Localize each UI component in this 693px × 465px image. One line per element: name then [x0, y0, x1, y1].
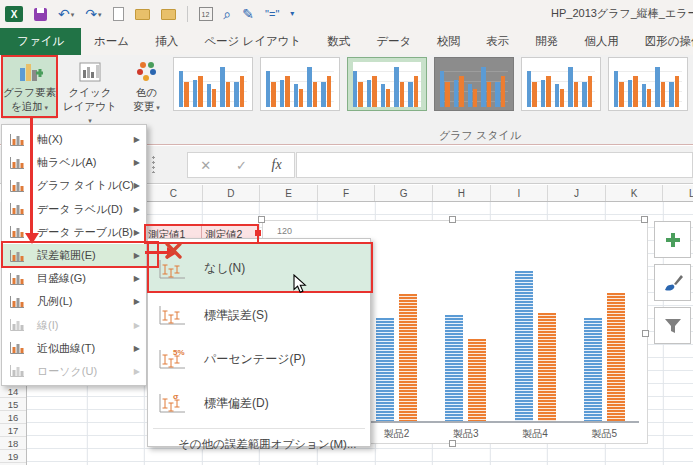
- formula-bar-grip-icon[interactable]: [152, 155, 155, 173]
- redo-icon[interactable]: ↷▾: [85, 7, 101, 21]
- change-colors-button[interactable]: 色の 変更: [123, 56, 170, 119]
- column-header[interactable]: F: [317, 185, 375, 202]
- row-header[interactable]: 16: [0, 411, 26, 424]
- quick-layout-button[interactable]: クイック レイアウト: [61, 56, 119, 119]
- ribbon-tab[interactable]: データ: [363, 28, 424, 55]
- enter-icon[interactable]: ✓: [236, 158, 247, 173]
- chart-style-thumbnail[interactable]: [608, 57, 688, 111]
- menu-item[interactable]: 凡例(L)▶: [2, 290, 146, 313]
- excel-logo-icon[interactable]: X: [5, 6, 23, 22]
- chart-bar-測定値2[interactable]: [399, 294, 417, 421]
- ribbon-tab[interactable]: 個人用: [571, 28, 632, 55]
- menu-item[interactable]: 近似曲線(T)▶: [2, 337, 146, 360]
- column-header[interactable]: L: [662, 185, 693, 202]
- chart-bar-測定値1[interactable]: [376, 318, 394, 421]
- open-folder-icon[interactable]: [135, 9, 150, 20]
- submenu-item[interactable]: 5%パーセンテージ(P): [148, 337, 370, 381]
- menu-item: 線(I)▶: [2, 314, 146, 337]
- menu-item[interactable]: データ ラベル(D)▶: [2, 198, 146, 221]
- column-header[interactable]: D: [202, 185, 260, 202]
- chart-style-thumbnail[interactable]: [173, 57, 253, 111]
- ribbon-tab[interactable]: ホーム: [81, 28, 142, 55]
- menu-item-label: ローソク(U): [37, 364, 134, 379]
- chart-bar-測定値2[interactable]: [607, 293, 625, 421]
- formula-input[interactable]: [296, 152, 693, 178]
- add-chart-element-icon: [2, 59, 57, 85]
- print-preview-icon[interactable]: ⌕: [224, 7, 232, 21]
- menu-item-label: データ ラベル(D): [37, 202, 134, 217]
- column-header[interactable]: G: [374, 185, 432, 202]
- chart-styles-brush-icon: [662, 272, 684, 294]
- undo-icon[interactable]: ↶▾: [58, 7, 74, 21]
- submenu-arrow-icon: ▶: [134, 367, 140, 376]
- folder-icon[interactable]: [161, 9, 176, 20]
- menu-item[interactable]: データ テーブル(B)▶: [2, 221, 146, 244]
- column-header[interactable]: J: [547, 185, 605, 202]
- save-icon[interactable]: [34, 8, 47, 21]
- submenu-arrow-icon: ▶: [134, 205, 140, 214]
- menu-item[interactable]: 軸ラベル(A)▶: [2, 151, 146, 174]
- qat-customize-arrow-icon[interactable]: ▾: [290, 10, 294, 18]
- chart-style-thumbnail[interactable]: [260, 57, 340, 111]
- row-header[interactable]: 14: [0, 385, 26, 398]
- menu-item[interactable]: 目盛線(G)▶: [2, 267, 146, 290]
- column-header[interactable]: E: [259, 185, 317, 202]
- chart-style-thumbnail[interactable]: [521, 57, 601, 111]
- chart-handle[interactable]: [449, 440, 456, 447]
- ribbon-tab[interactable]: 表示: [473, 28, 522, 55]
- menu-item-icon: [9, 249, 27, 263]
- row-header[interactable]: 15: [0, 398, 26, 411]
- column-header[interactable]: C: [144, 185, 202, 202]
- add-chart-element-button[interactable]: グラフ要素 を追加: [2, 56, 57, 119]
- ribbon-tab[interactable]: 挿入: [142, 28, 191, 55]
- chart-handle[interactable]: [641, 216, 648, 223]
- submenu-item[interactable]: 標準誤差(S): [148, 293, 370, 337]
- errorbar-standard-deviation-icon: σ: [157, 391, 191, 415]
- chart-handle[interactable]: [449, 216, 456, 223]
- chart-category-label: 製品4: [505, 427, 565, 441]
- ribbon-tab[interactable]: 数式: [314, 28, 363, 55]
- menu-item[interactable]: 軸(X)▶: [2, 128, 146, 151]
- chart-style-thumbnail[interactable]: [434, 57, 514, 111]
- ribbon-tab[interactable]: 図形の操作: [632, 28, 693, 55]
- more-error-bar-options-item[interactable]: その他の誤差範囲オプション(M)...: [148, 432, 370, 456]
- ribbon-tab[interactable]: ページ レイアウト: [191, 28, 314, 55]
- insert-function-icon[interactable]: fx: [272, 157, 282, 173]
- chart-handle[interactable]: [642, 330, 649, 337]
- add-chart-element-menu: 軸(X)▶軸ラベル(A)▶グラフ タイトル(C)▶データ ラベル(D)▶データ …: [1, 124, 147, 386]
- row-header[interactable]: 17: [0, 424, 26, 437]
- chart-bar-測定値1[interactable]: [515, 271, 533, 421]
- menu-item[interactable]: 誤差範囲(E)▶: [2, 244, 146, 267]
- chart-filters-button[interactable]: [654, 307, 691, 344]
- chart-bar-測定値1[interactable]: [584, 318, 602, 421]
- column-header[interactable]: H: [432, 185, 490, 202]
- chart-bar-測定値2[interactable]: [538, 313, 556, 421]
- row-header[interactable]: 18: [0, 437, 26, 450]
- menu-item-icon: [9, 179, 27, 193]
- chart-bar-測定値2[interactable]: [468, 339, 486, 421]
- mouse-cursor: [293, 274, 307, 294]
- equals-icon[interactable]: "=": [265, 9, 279, 20]
- column-header[interactable]: I: [490, 185, 548, 202]
- quick-access-toolbar: X↶▾↷▾12⌕✎"="▾: [5, 0, 294, 28]
- ribbon-tab[interactable]: ファイル: [0, 28, 81, 55]
- chart-styles-button[interactable]: [654, 264, 691, 301]
- chart-style-thumbnail[interactable]: [347, 57, 427, 111]
- annotation-arrow-down-head: [25, 233, 39, 244]
- submenu-item[interactable]: σ標準偏差(D): [148, 381, 370, 425]
- menu-item[interactable]: グラフ タイトル(C)▶: [2, 174, 146, 197]
- ribbon-tab[interactable]: 開発: [522, 28, 571, 55]
- column-header[interactable]: K: [605, 185, 663, 202]
- chart-bar-測定値1[interactable]: [445, 315, 463, 421]
- cancel-icon[interactable]: ✕: [200, 158, 211, 173]
- chart-elements-button[interactable]: [654, 221, 691, 258]
- edit-pen-icon[interactable]: ✎: [242, 7, 254, 21]
- submenu-separator: [153, 428, 365, 429]
- cells-count-icon[interactable]: 12: [199, 7, 213, 21]
- chart-handle[interactable]: [258, 216, 265, 223]
- chart-elements-plus-icon: [663, 230, 683, 250]
- ribbon-tab[interactable]: 校閲: [424, 28, 473, 55]
- errorbar-standard-error-icon: [157, 303, 191, 327]
- new-file-icon[interactable]: [113, 7, 124, 21]
- row-header[interactable]: 19: [0, 450, 26, 463]
